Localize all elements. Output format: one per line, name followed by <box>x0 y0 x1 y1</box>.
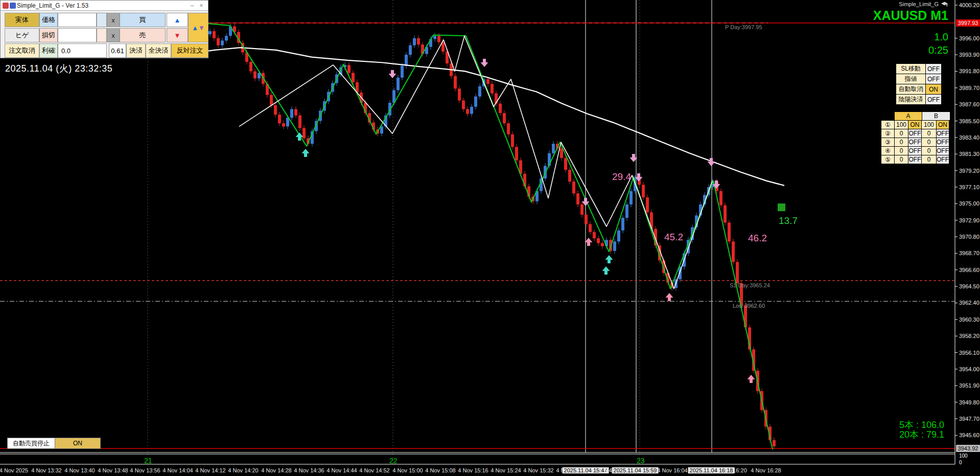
time-axis-label: 4 Nov 13:56 <box>130 467 160 473</box>
matrix-a-state-button[interactable]: OFF <box>908 155 922 164</box>
price-tick-label: 3979.20 <box>959 168 979 174</box>
takeprofit-input[interactable] <box>60 47 106 55</box>
time-axis-highlight-label: 2025.11.04 16:18 <box>688 467 735 473</box>
price-spacer-cell <box>97 13 107 27</box>
chart-canvas: 29.445.246.213.7P Day:3997.95S1 Day:3965… <box>0 0 980 476</box>
price-tick-label: 3951.90 <box>959 382 979 389</box>
close-all-button[interactable]: 全決済 <box>146 43 171 58</box>
time-axis-label: 4 Nov 14:04 <box>162 467 193 473</box>
matrix-b-state-button[interactable]: ON <box>936 120 949 129</box>
close-position-button[interactable]: 決済 <box>126 43 146 58</box>
trade-panel-titlebar[interactable]: Simple_Limit_G - Ver 1.53 – × <box>1 1 208 11</box>
time-axis-label: 16:20 <box>733 467 747 473</box>
chart-annotation: 45.2 <box>664 232 683 242</box>
time-axis-highlight-label: 2025.11.04 15:59 <box>612 467 659 473</box>
matrix-b-state-button[interactable]: OFF <box>936 129 949 138</box>
price-input[interactable] <box>60 16 96 25</box>
close-icon[interactable]: × <box>197 2 206 9</box>
price-tick-label: 3954.00 <box>959 366 979 372</box>
matrix-row-number: ⑤ <box>881 155 895 164</box>
clear-stoploss-button[interactable]: x <box>107 28 120 42</box>
matrix-b-lot-value[interactable]: 0 <box>921 155 937 164</box>
lot-size: 1.0 <box>873 31 948 43</box>
chart-annotation: 29.4 <box>612 171 631 182</box>
matrix-a-lot-value[interactable]: 0 <box>894 129 908 138</box>
chart-annotation: 13.7 <box>779 215 798 226</box>
price-tick-label: 3947.70 <box>959 416 979 422</box>
current-price-badge: 3997.93 <box>956 19 980 27</box>
sell-button[interactable]: 売 <box>120 28 166 42</box>
auto-stop-button[interactable]: 自動売買停止 <box>7 438 55 449</box>
time-axis[interactable]: 4 Nov 20254 Nov 13:324 Nov 13:404 Nov 13… <box>0 466 980 476</box>
minimize-icon[interactable]: – <box>188 2 197 9</box>
matrix-column-b-header[interactable]: B <box>922 111 950 121</box>
matrix-b-lot-value[interactable]: 0 <box>921 129 937 138</box>
buy-button[interactable]: 買 <box>120 13 166 27</box>
updown-order-button[interactable]: ▲▼ <box>188 13 208 42</box>
panel-red-icon <box>3 3 9 9</box>
matrix-a-state-button[interactable]: OFF <box>908 146 922 155</box>
time-axis-label: 4 Nov 14:36 <box>294 467 324 473</box>
price-tick-label: 3958.20 <box>959 333 979 339</box>
matrix-b-lot-value[interactable]: 0 <box>921 146 937 155</box>
trade-panel: Simple_Limit_G - Ver 1.53 – × 実体 価格 x 買 … <box>0 0 208 58</box>
time-axis-label: 4 Nov 15:24 <box>491 467 521 473</box>
matrix-b-lot-value[interactable]: 100 <box>921 120 937 129</box>
price-tick-label: 3981.30 <box>959 151 979 157</box>
matrix-a-state-button[interactable]: ON <box>908 120 922 129</box>
toggle-state-button[interactable]: ON <box>925 84 942 95</box>
stoploss-input[interactable] <box>60 31 96 40</box>
matrix-column-a-header[interactable]: A <box>894 111 922 121</box>
reverse-order-button[interactable]: 反対注文 <box>171 43 208 58</box>
price-tick-label: 3977.10 <box>959 184 979 190</box>
spread-value: 0.61 <box>109 43 126 58</box>
matrix-a-lot-value[interactable]: 100 <box>894 120 908 129</box>
day-separator-label: 22 <box>389 457 398 465</box>
takeprofit-label: 利確 <box>39 43 58 58</box>
time-axis-label: 4 Nov 15:32 <box>523 467 553 473</box>
matrix-row-number: ④ <box>881 146 895 155</box>
matrix-a-lot-value[interactable]: 0 <box>894 155 908 164</box>
toggle-state-button[interactable]: OFF <box>925 64 942 74</box>
matrix-row-number: ② <box>881 129 895 138</box>
price-tick-label: 3989.70 <box>959 85 979 91</box>
matrix-row-number: ① <box>881 120 895 129</box>
time-axis-highlight-label: 2025.11.04 15:47 <box>563 467 609 473</box>
stoploss-input-cell[interactable] <box>58 28 97 42</box>
sell-arrow-button[interactable]: ▼ <box>167 28 188 42</box>
toggle-state-button[interactable]: OFF <box>925 74 942 84</box>
chart-annotation: 46.2 <box>748 233 767 243</box>
takeprofit-input-cell[interactable] <box>58 43 107 58</box>
matrix-a-state-button[interactable]: OFF <box>908 129 922 138</box>
matrix-b-state-button[interactable]: OFF <box>936 155 949 164</box>
price-tick-label: 3962.40 <box>959 300 979 306</box>
candle-countdown: 0:25 <box>873 44 948 56</box>
bid-price-badge: 3943.92 <box>956 445 980 452</box>
matrix-row-number: ③ <box>881 138 895 147</box>
toggle-state-button[interactable]: OFF <box>925 95 942 105</box>
toggle-label: 自動取消 <box>896 84 925 95</box>
clear-price-button[interactable]: x <box>107 13 120 27</box>
range-stats: 5本 : 106.0 20本 : 79.1 <box>899 420 944 440</box>
small-up-triangle-icon: ▲ <box>192 24 198 32</box>
matrix-a-lot-value[interactable]: 0 <box>894 138 908 147</box>
matrix-a-lot-value[interactable]: 0 <box>894 146 908 155</box>
wick-mode-button[interactable]: ヒゲ <box>5 28 39 42</box>
buy-arrow-button[interactable]: ▲ <box>167 13 188 27</box>
time-axis-label: 4 Nov 16:28 <box>751 467 781 473</box>
price-axis[interactable]: 3997.93 3943.92 100 0 4000.203996.003993… <box>955 0 980 476</box>
time-axis-label: 4 Nov 14:28 <box>261 467 291 473</box>
matrix-b-lot-value[interactable]: 0 <box>921 138 937 147</box>
trade-panel-title: Simple_Limit_G - Ver 1.53 <box>17 2 188 9</box>
small-down-triangle-icon: ▼ <box>198 24 205 32</box>
matrix-a-state-button[interactable]: OFF <box>908 138 922 147</box>
price-tick-label: 3993.90 <box>959 52 979 58</box>
matrix-b-state-button[interactable]: OFF <box>936 138 949 147</box>
matrix-b-state-button[interactable]: OFF <box>936 146 949 155</box>
price-input-cell[interactable] <box>58 13 97 27</box>
candlestick-chart[interactable]: 29.445.246.213.7P Day:3997.95S1 Day:3965… <box>0 0 980 476</box>
auto-stop-state-button[interactable]: ON <box>55 438 101 449</box>
body-mode-button[interactable]: 実体 <box>5 13 39 27</box>
cancel-order-button[interactable]: 注文取消 <box>5 43 39 58</box>
price-tick-label: 3956.10 <box>959 350 979 356</box>
